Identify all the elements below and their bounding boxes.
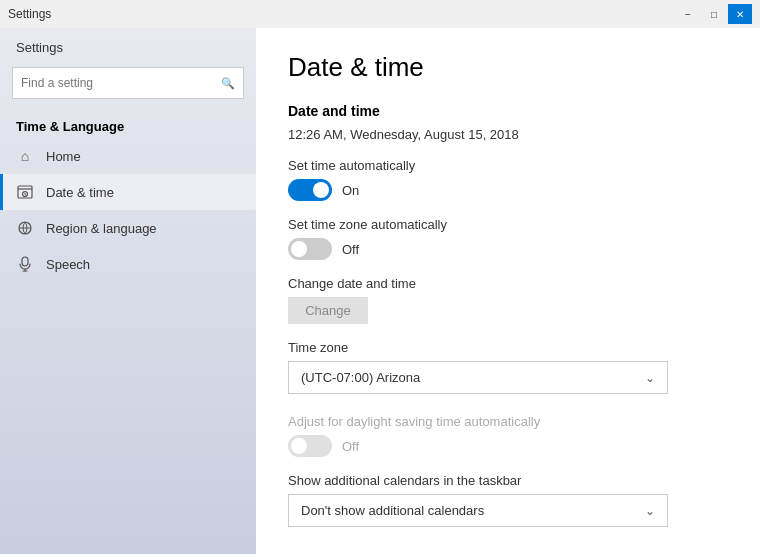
sidebar-item-label-home: Home [46, 149, 81, 164]
region-icon [16, 220, 34, 236]
set-time-auto-toggle-row: On [288, 179, 728, 201]
sidebar: Settings 🔍 Time & Language ⌂ Home Date &… [0, 28, 256, 554]
page-title: Date & time [288, 52, 728, 83]
sidebar-item-label-speech: Speech [46, 257, 90, 272]
sidebar-item-label-region: Region & language [46, 221, 157, 236]
daylight-toggle-row: Off [288, 435, 728, 457]
change-button[interactable]: Change [288, 297, 368, 324]
minimize-button[interactable]: − [676, 4, 700, 24]
sidebar-header: Settings [0, 28, 256, 63]
search-box[interactable]: 🔍 [12, 67, 244, 99]
set-timezone-auto-toggle[interactable] [288, 238, 332, 260]
search-icon: 🔍 [221, 77, 235, 90]
set-time-auto-toggle[interactable] [288, 179, 332, 201]
set-timezone-auto-value: Off [342, 242, 359, 257]
additional-calendars-chevron-icon: ⌄ [645, 504, 655, 518]
maximize-button[interactable]: □ [702, 4, 726, 24]
sidebar-item-region[interactable]: Region & language [0, 210, 256, 246]
timezone-chevron-icon: ⌄ [645, 371, 655, 385]
speech-icon [16, 256, 34, 272]
timezone-label: Time zone [288, 340, 728, 355]
additional-calendars-label: Show additional calendars in the taskbar [288, 473, 728, 488]
title-bar-title: Settings [8, 7, 51, 21]
daylight-label: Adjust for daylight saving time automati… [288, 414, 728, 429]
svg-rect-3 [22, 257, 28, 266]
set-timezone-auto-toggle-row: Off [288, 238, 728, 260]
sidebar-item-home[interactable]: ⌂ Home [0, 138, 256, 174]
sidebar-item-speech[interactable]: Speech [0, 246, 256, 282]
title-bar-controls: − □ ✕ [676, 4, 752, 24]
daylight-toggle[interactable] [288, 435, 332, 457]
section-date-time-title: Date and time [288, 103, 728, 119]
close-button[interactable]: ✕ [728, 4, 752, 24]
timezone-row: Time zone (UTC-07:00) Arizona ⌄ [288, 340, 728, 394]
change-date-label: Change date and time [288, 276, 728, 291]
change-date-row: Change date and time Change [288, 276, 728, 324]
home-icon: ⌂ [16, 148, 34, 164]
sidebar-item-label-date-time: Date & time [46, 185, 114, 200]
current-time-display: 12:26 AM, Wednesday, August 15, 2018 [288, 127, 728, 142]
app-container: Settings 🔍 Time & Language ⌂ Home Date &… [0, 28, 760, 554]
set-time-auto-label: Set time automatically [288, 158, 728, 173]
daylight-value: Off [342, 439, 359, 454]
main-content: Date & time Date and time 12:26 AM, Wedn… [256, 28, 760, 554]
sidebar-item-date-time[interactable]: Date & time [0, 174, 256, 210]
additional-calendars-row: Show additional calendars in the taskbar… [288, 473, 728, 527]
additional-calendars-value: Don't show additional calendars [301, 503, 484, 518]
timezone-dropdown[interactable]: (UTC-07:00) Arizona ⌄ [288, 361, 668, 394]
set-time-auto-value: On [342, 183, 359, 198]
title-bar: Settings − □ ✕ [0, 0, 760, 28]
search-input[interactable] [21, 76, 221, 90]
sidebar-section-label: Time & Language [0, 111, 256, 138]
additional-calendars-dropdown[interactable]: Don't show additional calendars ⌄ [288, 494, 668, 527]
set-timezone-auto-label: Set time zone automatically [288, 217, 728, 232]
timezone-value: (UTC-07:00) Arizona [301, 370, 420, 385]
datetime-icon [16, 184, 34, 200]
